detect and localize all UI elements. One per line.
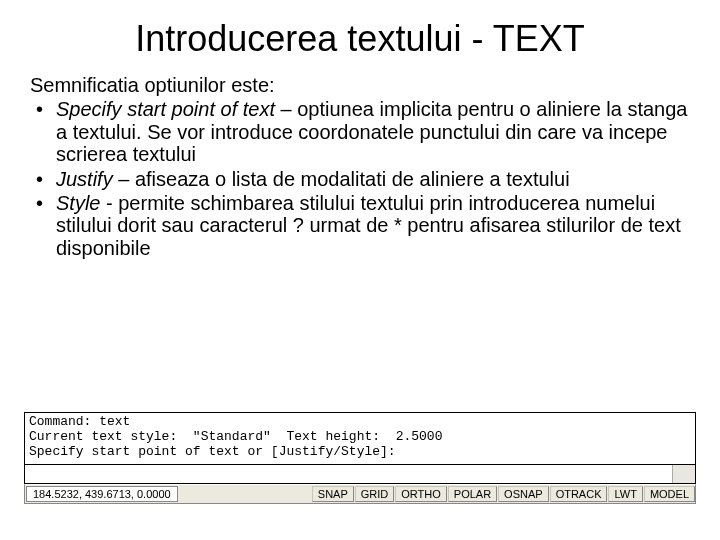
page-title: Introducerea textului - TEXT	[30, 18, 690, 60]
cmd-line: Command: text	[29, 414, 130, 429]
lwt-toggle[interactable]: LWT	[608, 486, 642, 502]
polar-toggle[interactable]: POLAR	[448, 486, 497, 502]
command-input[interactable]	[24, 464, 696, 484]
list-item: Justify – afiseaza o lista de modalitati…	[30, 168, 690, 190]
osnap-toggle[interactable]: OSNAP	[498, 486, 549, 502]
option-name: Style	[56, 192, 106, 214]
status-bar: 184.5232, 439.6713, 0.0000 SNAP GRID ORT…	[24, 484, 696, 504]
cmd-line: Specify start point of text or [Justify/…	[29, 444, 396, 459]
list-item: Specify start point of text – optiunea i…	[30, 98, 690, 165]
coordinates-display: 184.5232, 439.6713, 0.0000	[26, 486, 178, 502]
snap-toggle[interactable]: SNAP	[312, 486, 354, 502]
grid-toggle[interactable]: GRID	[355, 486, 395, 502]
list-item: Style - permite schimbarea stilului text…	[30, 192, 690, 259]
option-name: Specify start point of text	[56, 98, 275, 120]
cmd-line: Current text style: "Standard" Text heig…	[29, 429, 442, 444]
bullet-list: Specify start point of text – optiunea i…	[30, 98, 690, 259]
otrack-toggle[interactable]: OTRACK	[550, 486, 608, 502]
autocad-panel: Command: text Current text style: "Stand…	[24, 412, 696, 504]
option-desc: - permite schimbarea stilului textului p…	[56, 192, 681, 259]
intro-text: Semnificatia optiunilor este:	[30, 74, 690, 96]
command-history: Command: text Current text style: "Stand…	[24, 412, 696, 464]
ortho-toggle[interactable]: ORTHO	[395, 486, 447, 502]
model-toggle[interactable]: MODEL	[644, 486, 695, 502]
option-name: Justify	[56, 168, 113, 190]
option-desc: – afiseaza o lista de modalitati de alin…	[113, 168, 570, 190]
